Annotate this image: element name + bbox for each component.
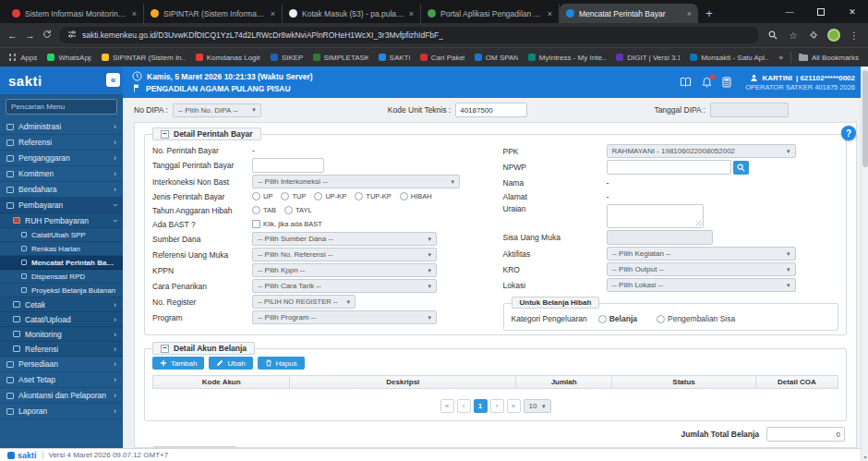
search-lens-icon[interactable] [766,29,779,42]
sidebar-item-penganggaran[interactable]: Penganggaran› [0,151,123,166]
tab-monitoring[interactable]: Sistem Informasi Monitoring P... × [6,4,144,23]
bookmark-apps[interactable]: Apps [9,54,37,62]
sidebar-item-ruh-pembayaran[interactable]: RUH Pembayaran› [0,213,123,228]
sidebar-item-laporan[interactable]: Laporan› [0,404,123,419]
sidebar-item-referensi[interactable]: Referensi› [0,135,123,151]
sidebar-item-renkas-harian[interactable]: Renkas Harian [0,242,123,256]
bookmark-myintress[interactable]: MyIntress - My Inte... [528,54,606,62]
lokasi-select[interactable]: -- Pilih Lokasi -- [607,278,796,292]
bookmark-om-span[interactable]: OM SPAN [475,54,518,62]
page-scrollbar[interactable]: ▾ [861,67,868,461]
hapus-button[interactable]: Hapus [258,357,305,370]
tanggal-dipa-input[interactable] [710,103,789,117]
referensi-uang-muka-select[interactable]: -- Pilih No. Referensi -- [252,248,437,261]
collapse-icon[interactable]: − [161,345,169,353]
all-bookmarks-button[interactable]: All Bookmarks [799,54,859,62]
bookmark-sikep[interactable]: SIKEP [271,54,303,62]
last-page-button[interactable]: » [507,399,521,413]
bast-checkbox[interactable]: Klik, jika ada BAST [252,220,322,228]
no-register-select[interactable]: -- PILIH NO REGISTER -- [252,295,356,309]
radio-tab[interactable]: TAB [252,206,276,214]
sidebar-item-komitmen[interactable]: Komitmen› [0,166,123,182]
panel-header-partial[interactable]: − [152,446,237,448]
address-bar[interactable]: sakti.kemenkeu.go.id/D3UvwKDfDtCQ1YzL74d… [59,27,759,43]
extensions-icon[interactable] [807,29,820,42]
sidebar-item-cetak[interactable]: Cetak› [0,297,123,312]
sidebar-item-akuntansi[interactable]: Akuntansi dan Pelaporan› [0,388,123,404]
sidebar-search-input[interactable] [6,99,117,115]
sidebar-item-bendahara[interactable]: Bendahara› [0,182,123,198]
radio-belanja[interactable]: Belanja [598,314,637,323]
tab-mencatat-perintah-bayar[interactable]: Mencatat Perintah Bayar × [560,4,698,23]
back-icon[interactable]: ← [7,30,18,41]
ubah-button[interactable]: Ubah [209,357,252,370]
sidebar-item-administrasi[interactable]: Administrasi› [0,119,123,135]
sidebar-item-monitoring[interactable]: Monitoring› [0,327,123,342]
cara-penarikan-select[interactable]: -- Pilih Cara Tarik -- [252,279,437,293]
npwp-search-button[interactable] [733,161,749,175]
bookmarks-overflow-icon[interactable]: » [778,54,782,62]
bookmark-sipintar[interactable]: SIPINTAR (Sistem In... [102,54,186,62]
collapse-icon[interactable]: − [161,130,169,139]
sidebar-item-catat-ubah-spp[interactable]: Catat/Ubah SPP [0,228,123,242]
radio-up[interactable]: UP [252,192,272,200]
tab-close-icon[interactable]: × [687,9,692,18]
aktifitas-select[interactable]: -- Pilih Kegiatan -- [607,247,796,261]
radio-hibah[interactable]: HIBAH [400,192,432,200]
radio-pengembalian-sisa[interactable]: Pengembalian Sisa [657,314,735,323]
next-page-button[interactable]: › [490,399,504,413]
bookmark-sakti[interactable]: SAKTI [379,54,410,62]
window-maximize-button[interactable] [805,0,837,23]
tab-close-icon[interactable]: × [409,9,414,18]
first-page-button[interactable]: « [440,399,454,413]
site-settings-icon[interactable] [67,30,77,41]
radio-tup-kp[interactable]: TUP-KP [355,192,392,200]
sidebar-item-aset-tetap[interactable]: Aset Tetap› [0,372,123,388]
sidebar-item-persediaan[interactable]: Persediaan› [0,357,123,372]
panel-header-detail-perintah-bayar[interactable]: − Detail Perintah Bayar [152,127,261,140]
window-minimize-button[interactable]: — [774,0,805,23]
notifications-bell-icon[interactable] [702,77,712,88]
sidebar-item-proyeksi-belanja-bulanan[interactable]: Proyeksi Belanja Bulanan [0,284,123,297]
sisa-uang-muka-input[interactable] [607,230,713,245]
scrollbar-down-arrow[interactable]: ▾ [862,454,868,460]
radio-tayl[interactable]: TAYL [284,206,312,214]
calculator-icon[interactable] [722,77,731,88]
sumber-dana-select[interactable]: -- Pilih Sumber Dana -- [252,232,437,246]
no-dipa-select[interactable]: -- Pilih No. DIPA -- [173,103,261,117]
window-close-button[interactable]: ✕ [837,0,868,23]
program-select[interactable]: -- Pilih Program -- [252,310,437,324]
user-info[interactable]: KARTINI | 621102*****0002 OPERATOR SATKE… [745,74,855,91]
tab-close-icon[interactable]: × [132,9,137,18]
radio-up-kp[interactable]: UP-KP [314,192,346,200]
prev-page-button[interactable]: ‹ [457,399,471,413]
radio-tup[interactable]: TUP [281,192,306,200]
help-button[interactable]: ? [841,126,856,140]
scrollbar-thumb[interactable] [862,70,868,167]
manual-book-icon[interactable] [680,77,692,88]
panel-header-detail-akun-belanja[interactable]: − Detail Akun Belanja [152,342,255,355]
jumlah-total-belanja-input[interactable]: 0 [766,427,845,442]
forward-icon[interactable]: → [25,30,35,41]
tab-portal-aplikasi[interactable]: Portal Aplikasi Pengadilan Agam... × [421,4,560,23]
page-size-select[interactable]: 10 [524,399,551,413]
sidebar-item-mencatat-perintah-bayar[interactable]: Mencatat Perintah Bayar [0,256,123,270]
bookmark-star-icon[interactable]: ☆ [787,29,800,42]
tab-kotak-masuk[interactable]: Kotak Masuk (53) - pa.pulangp... × [283,4,421,23]
ppk-select[interactable]: RAHMAYANI - 198106022008052002 [607,144,796,158]
sidebar-item-referensi-pembayaran[interactable]: Referensi› [0,342,123,357]
new-tab-button[interactable]: + [698,4,720,23]
profile-avatar[interactable] [827,29,840,42]
tanggal-perintah-bayar-input[interactable] [252,158,324,173]
uraian-textarea[interactable] [607,204,704,228]
bookmark-digit[interactable]: DIGIT | Versi 3.1 [616,54,680,62]
bookmark-cari-paket[interactable]: Cari Paket [420,54,464,62]
browser-menu-icon[interactable]: ⋮ [848,29,861,42]
interkoneksi-select[interactable]: -- Pilih Interkoneksi -- [252,175,460,188]
bookmark-komdanas[interactable]: Komdanas Login [196,54,260,62]
tab-close-icon[interactable]: × [271,9,275,18]
reload-icon[interactable] [42,30,52,41]
sidebar-item-dispensasi-rpd[interactable]: Dispensasi RPD [0,270,123,284]
tab-sipintar[interactable]: SIPINTAR (Sistem Informasi Pen... × [144,4,283,23]
current-page-button[interactable]: 1 [474,399,488,413]
